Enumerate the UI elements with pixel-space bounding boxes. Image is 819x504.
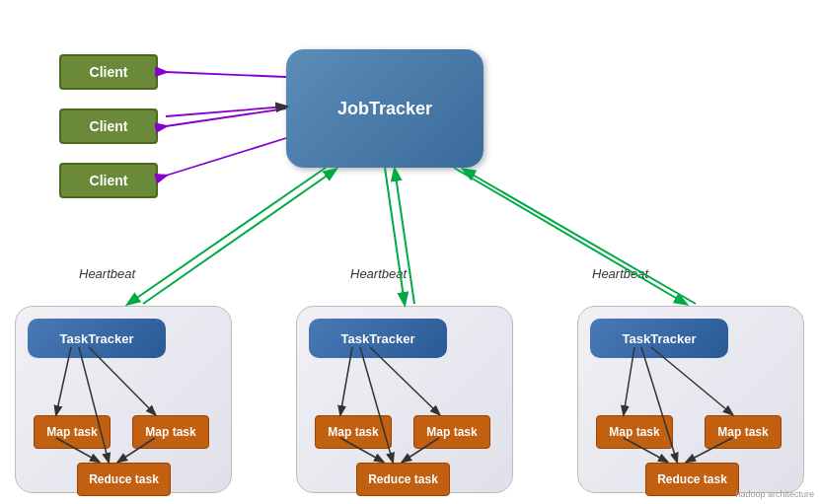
jobtracker-box: JobTracker xyxy=(286,49,484,168)
heartbeat-label-2: Heartbeat xyxy=(350,266,407,281)
svg-line-7 xyxy=(143,170,335,304)
tasktracker-header-3: TaskTracker xyxy=(590,319,728,358)
reduce-task-2: Reduce task xyxy=(356,463,450,496)
svg-line-0 xyxy=(166,72,286,77)
map-task-1-1: Map task xyxy=(34,415,111,449)
svg-line-3 xyxy=(166,138,286,176)
tasktracker-container-3: TaskTracker Map task Map task Reduce tas… xyxy=(577,306,804,493)
tasktracker-header-2: TaskTracker xyxy=(309,319,447,358)
map-task-3-2: Map task xyxy=(705,415,782,449)
reduce-task-3: Reduce task xyxy=(645,463,739,496)
svg-line-5 xyxy=(385,168,405,304)
map-task-1-2: Map task xyxy=(132,415,209,449)
reduce-task-1: Reduce task xyxy=(77,463,171,496)
svg-line-4 xyxy=(128,168,326,304)
tasktracker-header-1: TaskTracker xyxy=(28,319,166,358)
diagram-container: JobTracker Client Client Client Heartbea… xyxy=(0,0,819,504)
map-task-2-1: Map task xyxy=(315,415,392,449)
client-box-2: Client xyxy=(59,108,158,144)
client-box-3: Client xyxy=(59,163,158,198)
heartbeat-label-1: Heartbeat xyxy=(79,266,135,281)
tasktracker-container-2: TaskTracker Map task Map task Reduce tas… xyxy=(296,306,513,493)
client-box-1: Client xyxy=(59,54,158,90)
heartbeat-label-3: Heartbeat xyxy=(592,266,648,281)
tasktracker-container-1: TaskTracker Map task Map task Reduce tas… xyxy=(15,306,232,493)
svg-line-2 xyxy=(166,107,286,116)
svg-line-9 xyxy=(464,170,696,304)
svg-line-1 xyxy=(166,108,286,126)
map-task-3-1: Map task xyxy=(596,415,673,449)
map-task-2-2: Map task xyxy=(413,415,490,449)
svg-line-8 xyxy=(395,170,414,304)
jobtracker-label: JobTracker xyxy=(337,99,432,119)
svg-line-6 xyxy=(454,168,686,304)
watermark: hadoop architecture xyxy=(735,489,814,499)
